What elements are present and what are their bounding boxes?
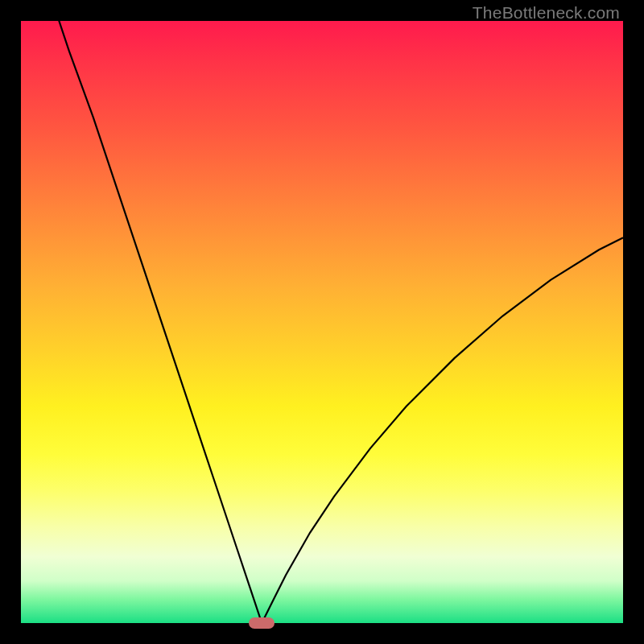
bottleneck-curve	[21, 21, 623, 623]
plot-area	[21, 21, 623, 623]
chart-frame: TheBottleneck.com	[0, 0, 644, 644]
curve-svg	[21, 21, 623, 623]
min-point-marker	[249, 617, 275, 629]
watermark-text: TheBottleneck.com	[473, 3, 620, 23]
